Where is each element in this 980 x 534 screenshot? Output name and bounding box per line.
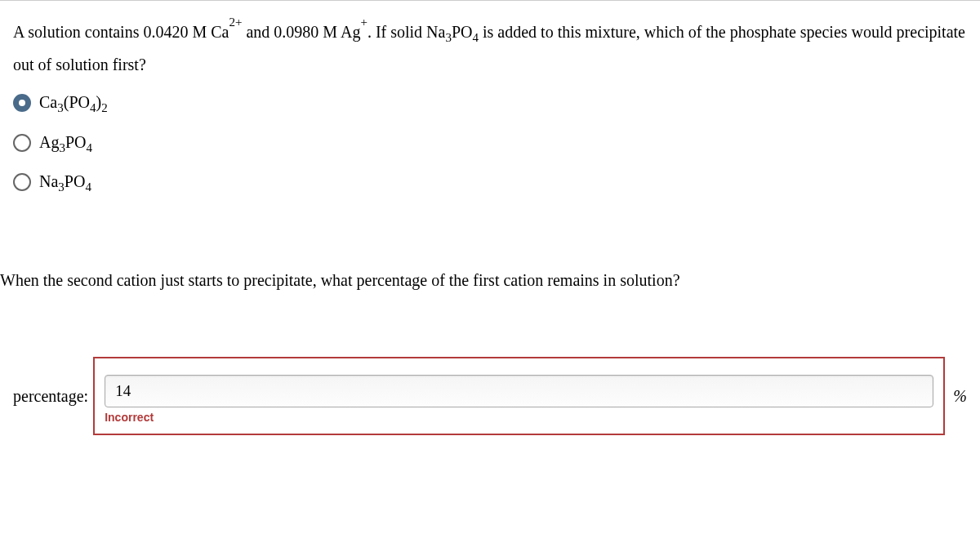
answer-area: percentage: Incorrect % [13, 357, 967, 435]
radio-option-2[interactable]: Na3PO4 [13, 166, 967, 199]
percentage-input[interactable] [105, 375, 933, 407]
input-wrapper: Incorrect [93, 357, 945, 435]
radio-circle-icon [13, 173, 31, 191]
radio-circle-icon [13, 134, 31, 152]
radio-option-1[interactable]: Ag3PO4 [13, 127, 967, 160]
radio-label: Na3PO4 [39, 166, 91, 199]
radio-group: Ca3(PO4)2Ag3PO4Na3PO4 [13, 87, 967, 199]
radio-label: Ag3PO4 [39, 127, 92, 160]
radio-circle-icon [13, 94, 31, 112]
feedback-text: Incorrect [105, 407, 154, 429]
question-2-text: When the second cation just starts to pr… [0, 265, 967, 296]
radio-label: Ca3(PO4)2 [39, 87, 108, 120]
question-1-text: A solution contains 0.0420 M Ca2+ and 0.… [13, 16, 967, 80]
question-container: A solution contains 0.0420 M Ca2+ and 0.… [0, 1, 980, 435]
unit-label: % [953, 380, 967, 412]
radio-option-0[interactable]: Ca3(PO4)2 [13, 87, 967, 120]
answer-label: percentage: [13, 380, 88, 412]
